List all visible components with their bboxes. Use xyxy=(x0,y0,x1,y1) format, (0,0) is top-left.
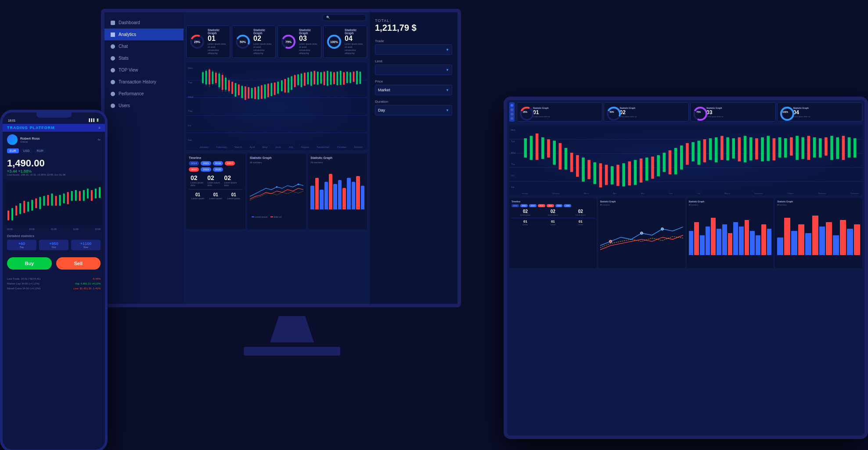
svg-rect-80 xyxy=(55,196,57,205)
bottom-sections: Timeline 2014 2015 2016 2017 2018 2019 2… xyxy=(184,152,370,231)
tablet-x-jul: July xyxy=(697,192,700,194)
svg-point-66 xyxy=(276,186,277,188)
phone-header-icon: ≡ xyxy=(98,126,101,130)
tablet-stat-num-1: 01 xyxy=(533,109,600,115)
phone-trade-info: Last Trade: 19:01 (*$144.41) -0.44% Mark… xyxy=(3,274,105,293)
svg-rect-32 xyxy=(251,88,253,98)
bar-chart-subtitle: All members xyxy=(310,161,364,164)
tablet-rightbar-subtitle: All members xyxy=(777,204,860,206)
users-icon xyxy=(111,104,115,108)
tablet-donut-label-4: 100% xyxy=(782,111,788,113)
tablet-y-fri: Fri xyxy=(511,174,515,177)
svg-rect-43 xyxy=(288,78,289,93)
svg-rect-54 xyxy=(324,72,325,85)
monitor-base xyxy=(244,347,340,356)
leverage-badge: 6x xyxy=(98,138,101,141)
svg-rect-82 xyxy=(63,194,65,203)
svg-rect-133 xyxy=(715,137,718,162)
stats-icon xyxy=(111,56,115,61)
tablet-stat-text-1: Statistic Graph 01 Lorem ipsum dolor sit xyxy=(533,107,600,118)
y-label-mon: Mon xyxy=(188,67,193,69)
svg-point-158 xyxy=(640,232,643,234)
svg-rect-100 xyxy=(524,138,527,158)
donut-label-4: 100% xyxy=(330,40,338,43)
phone-stats-row: +60 Top +950 Oct +1100 Nov xyxy=(7,240,101,250)
x-label-jan: January xyxy=(199,146,209,148)
history-icon xyxy=(111,80,115,84)
stat-card-desc-4: Lorem ipsum dolor sit amet consectetur a… xyxy=(345,43,364,55)
tablet-x-aug: August xyxy=(724,192,730,194)
tablet-stat-card-4: 100% Statistic Graph 04 Lorem ipsum dolo… xyxy=(777,102,863,122)
tablet-x-sep: September xyxy=(754,192,763,194)
currency-tab-usd[interactable]: USD xyxy=(21,148,32,153)
svg-rect-46 xyxy=(297,74,299,85)
tablet-barchart-title: Statistic Graph xyxy=(689,200,772,203)
svg-rect-61 xyxy=(346,72,348,83)
chart-time-1: 04:00 xyxy=(7,228,13,230)
phone-stat-val-3: +1100 xyxy=(73,241,99,246)
search-bar[interactable]: 🔍 xyxy=(322,14,366,21)
mined-coins-low: Low: $1,421.33 -1.41% xyxy=(73,286,101,291)
chart-time-5: 22:00 xyxy=(95,228,101,230)
top-view-icon xyxy=(111,68,115,72)
duration-field: Duration Day ▼ xyxy=(375,100,452,115)
svg-rect-88 xyxy=(87,189,89,198)
svg-rect-130 xyxy=(697,140,700,165)
tablet-y-wed: Wed xyxy=(511,151,515,154)
tablet-x-apr: April xyxy=(613,192,616,194)
buy-button[interactable]: Buy xyxy=(7,257,52,270)
trade-field: Trade ▼ xyxy=(375,39,452,55)
price-label: Price xyxy=(375,79,452,83)
tablet-timeline-title: Timeline xyxy=(511,200,594,203)
sidebar-label-performance: Performance xyxy=(119,91,144,96)
sidebar-item-top-view[interactable]: TOP View xyxy=(104,64,184,76)
phone: 18:01 ▐▐▐ 🔋 TRADING PLATFORM ≡ Robert Ro… xyxy=(0,110,108,450)
sidebar-item-chat[interactable]: Chat xyxy=(104,40,184,52)
svg-rect-115 xyxy=(611,166,614,185)
svg-point-67 xyxy=(297,184,299,185)
svg-rect-111 xyxy=(587,160,591,179)
svg-rect-125 xyxy=(669,150,672,174)
sidebar-item-users[interactable]: Users xyxy=(104,100,184,112)
limit-input[interactable]: ▼ xyxy=(375,65,452,75)
svg-rect-124 xyxy=(663,153,666,172)
donut-label-3: 75% xyxy=(285,40,292,43)
x-label-jun: June xyxy=(275,146,281,148)
tablet-donut-4: 100% xyxy=(779,106,792,118)
svg-rect-85 xyxy=(75,190,77,201)
stat-card-num-4: 04 xyxy=(345,35,364,43)
tablet-bar-chart: Statistic Graph All members xyxy=(687,198,774,268)
change-pct: +1.88% xyxy=(18,169,32,173)
sidebar-item-performance[interactable]: Performance xyxy=(104,88,184,100)
trade-input[interactable]: ▼ xyxy=(375,44,452,55)
svg-point-99 xyxy=(781,108,793,120)
currency-tab-rur[interactable]: RUR xyxy=(34,148,46,153)
currency-tab-eur[interactable]: EUR xyxy=(7,148,19,153)
svg-rect-87 xyxy=(83,190,85,201)
y-label-wed: Wed xyxy=(188,96,193,98)
y-labels: Mon Tue Wed Thu Fri Sat xyxy=(188,67,193,141)
tablet-donut-3: 75% xyxy=(692,106,705,118)
stat-card-desc-2: Lorem ipsum dolor sit amet consectetur a… xyxy=(253,43,273,55)
tablet-stat-desc-4: Lorem ipsum dolor sit xyxy=(793,115,861,118)
svg-rect-44 xyxy=(291,76,292,90)
svg-rect-144 xyxy=(778,137,782,158)
price-input[interactable]: Market ▼ xyxy=(375,85,452,95)
sidebar-item-analytics[interactable]: Analytics xyxy=(104,29,184,40)
stat-card-num-1: 01 xyxy=(208,35,227,43)
signal-icon: ▐▐▐ xyxy=(88,119,94,122)
svg-rect-109 xyxy=(576,155,579,176)
limit-dropdown-arrow: ▼ xyxy=(446,68,449,72)
phone-price-details: Last hours: 199.31 +0.31 +0.05% 19:55 Ju… xyxy=(7,173,101,176)
tablet-donut-1: 25% xyxy=(519,106,531,118)
sidebar-item-history[interactable]: Transaction History xyxy=(104,76,184,88)
performance-icon xyxy=(111,92,115,96)
sell-button[interactable]: Sell xyxy=(56,257,101,270)
duration-input[interactable]: Day ▼ xyxy=(375,105,452,115)
sidebar-item-dashboard[interactable]: Dashboard xyxy=(104,17,184,29)
sidebar-item-stats[interactable]: Stats xyxy=(104,52,184,64)
phone-big-price: 1,490.00 xyxy=(7,158,101,169)
change-abs: +3.44 xyxy=(7,169,17,173)
phone-price-change: +3.44 +1.88% xyxy=(7,169,101,173)
tablet-y-mon: Mon xyxy=(511,129,515,131)
